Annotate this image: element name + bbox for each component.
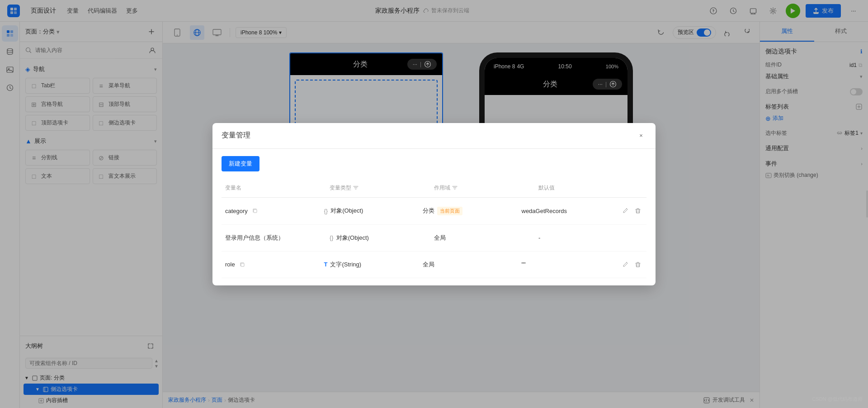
delete-icon-1[interactable]: [635, 208, 641, 214]
default-val-2: -: [538, 234, 540, 241]
cell-default-3: "": [518, 259, 617, 270]
cell-actions-2: [639, 236, 646, 240]
table-row-category: category {} 对象(Object) 分类 当前页面 wedaGetRe…: [222, 198, 646, 225]
scope-text-3: 全局: [423, 261, 434, 269]
type-label-2: 对象(Object): [336, 234, 369, 242]
default-val-1: wedaGetRecords: [522, 208, 567, 214]
var-name-1: category: [225, 208, 248, 214]
col-default-header: 默认值: [535, 182, 639, 194]
scope-text-2: 全局: [434, 234, 446, 242]
col-actions-header: [639, 182, 646, 194]
variable-table: 变量名 变量类型 作用域 默认值: [222, 179, 646, 278]
scope-text-1: 分类: [423, 207, 434, 215]
cell-actions-1: [617, 206, 646, 216]
type-label-3: 文字(String): [330, 261, 361, 269]
edit-icon-3[interactable]: [622, 261, 628, 268]
variable-modal: 变量管理 × 新建变量 变量名 变量类型 作用域: [212, 123, 656, 285]
modal-overlay[interactable]: 变量管理 × 新建变量 变量名 变量类型 作用域: [0, 0, 868, 408]
cell-name-1: category: [222, 206, 321, 216]
edit-icon-1[interactable]: [622, 208, 628, 214]
svg-rect-32: [254, 209, 257, 213]
cell-name-3: role: [222, 259, 321, 270]
filter-icon-type: [353, 185, 359, 190]
type-icon-3: T: [324, 261, 328, 268]
watermark: CSDN @低代码布道师: [812, 396, 863, 403]
col-name-label: 变量名: [225, 184, 241, 192]
col-type-label: 变量类型: [330, 184, 351, 192]
table-row-user: 登录用户信息（系统） {} 对象(Object) 全局 -: [222, 225, 646, 251]
copy-icon-3[interactable]: [240, 262, 245, 267]
cell-scope-3: 全局: [419, 259, 518, 270]
cell-default-2: -: [535, 232, 639, 243]
col-name-header: 变量名: [222, 182, 326, 194]
cell-type-2: {} 对象(Object): [326, 232, 430, 244]
modal-header: 变量管理 ×: [212, 123, 656, 149]
var-name-3: role: [225, 261, 235, 268]
filter-icon-scope: [452, 185, 458, 190]
table-header-row: 变量名 变量类型 作用域 默认值: [222, 179, 646, 198]
type-label-1: 对象(Object): [330, 207, 363, 215]
scope-tag-1: 当前页面: [437, 207, 462, 215]
col-type-header[interactable]: 变量类型: [326, 182, 430, 194]
table-row-role: role T 文字(String) 全局 "": [222, 251, 646, 278]
cell-name-2: 登录用户信息（系统）: [222, 232, 326, 244]
modal-close-btn[interactable]: ×: [636, 130, 646, 141]
cell-actions-3: [617, 260, 646, 270]
modal-title: 变量管理: [222, 131, 250, 140]
cell-type-1: {} 对象(Object): [321, 205, 420, 217]
col-default-label: 默认值: [538, 184, 555, 192]
cell-scope-1: 分类 当前页面: [419, 205, 518, 217]
type-icon-1: {}: [324, 208, 328, 214]
cell-type-3: T 文字(String): [321, 259, 420, 270]
modal-body: 新建变量 变量名 变量类型 作用域 默认值: [212, 149, 656, 285]
type-icon-2: {}: [330, 234, 334, 241]
cell-default-1: wedaGetRecords: [518, 206, 617, 216]
col-scope-label: 作用域: [434, 184, 450, 192]
delete-icon-3[interactable]: [635, 261, 641, 268]
cell-scope-2: 全局: [430, 232, 535, 244]
new-variable-btn[interactable]: 新建变量: [222, 156, 259, 171]
var-name-2: 登录用户信息（系统）: [225, 234, 284, 242]
copy-icon-1[interactable]: [252, 208, 258, 213]
col-scope-header[interactable]: 作用域: [430, 182, 535, 194]
svg-rect-33: [241, 263, 244, 266]
default-val-3: "": [522, 261, 526, 268]
